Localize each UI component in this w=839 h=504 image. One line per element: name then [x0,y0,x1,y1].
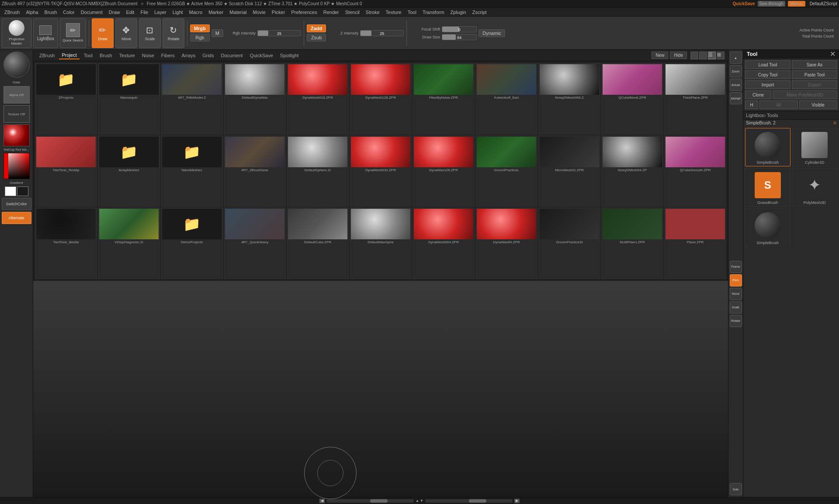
rotate-side-btn[interactable]: Rotate [730,315,742,327]
menu-light[interactable]: Light [170,9,186,16]
view-mode-2[interactable] [699,52,707,59]
lb-item-zprojects[interactable]: 📁 ZProjects [35,63,97,135]
clone-button[interactable]: Clone [745,90,771,99]
lightbox-tools-header[interactable]: Lightbox› Tools [743,111,839,120]
lb-item-dynawax64[interactable]: DynaWax64.ZPR [475,207,537,279]
lightbox-button[interactable]: LightBox [33,18,58,48]
scroll-up-btn[interactable]: ▲ [730,52,742,64]
aahalf-btn[interactable]: AAHalf [730,92,742,104]
lb-nav-noise[interactable]: Noise [139,52,157,59]
solo-btn[interactable]: Solo [730,483,742,495]
lb-item-groompractivel[interactable]: GroomPracticeL [475,135,537,207]
m-button[interactable]: M [211,29,223,37]
z-intensity-slider[interactable]: 25 [360,30,404,36]
zsub-button[interactable]: Zsub [307,34,326,41]
menu-render[interactable]: Render [321,9,342,16]
lb-nav-quicksave[interactable]: QuickSave [247,52,276,59]
menu-texture[interactable]: Texture [383,9,404,16]
lb-nav-spotlight[interactable]: Spotlight [277,52,302,59]
brush-item-polymesh3d[interactable]: ✦ PolyMesh3D [792,168,838,207]
dynamic-button[interactable]: Dynamic [478,29,505,37]
lb-item-groompractices[interactable]: GroomPracticeSt [538,207,600,279]
rgb-intensity-slider[interactable]: 25 [257,30,301,36]
menu-zbrush[interactable]: ZBrush [2,9,22,16]
menu-stroke[interactable]: Stroke [363,9,382,16]
switch-color-button[interactable]: SwitchColor [2,198,31,210]
paste-tool-button[interactable]: Paste Tool [792,70,837,79]
seethrough-badge[interactable]: See-through [758,1,785,7]
menu-material[interactable]: Material [227,9,249,16]
lb-item-dynamesh128[interactable]: DynaMesh128.ZPR [350,63,412,135]
move-button[interactable]: ✥ Move [115,18,137,48]
lb-item-vdispdiagnosic[interactable]: VDispDiagnosic.ZI [98,207,160,279]
lb-item-dynamesh064[interactable]: DynaMesh064.ZPR [413,207,475,279]
rotate-button[interactable]: ↻ Rotate [163,18,184,48]
color-picker[interactable] [3,153,30,179]
lb-item-qcubesmooth[interactable]: QCubeSmooth.ZPR [664,135,726,207]
visible-button[interactable]: Visible [799,100,838,109]
scroll-right-button[interactable]: ▶ [514,499,520,503]
lb-item-qcubebevel[interactable]: QCubeBevel.ZPR [601,63,663,135]
actual-btn[interactable]: Actual [730,79,742,91]
lb-nav-tool[interactable]: Tool [81,52,95,59]
menu-zscript[interactable]: Zscript [470,9,489,16]
scroll-left-button[interactable]: ◀ [319,499,325,503]
canvas-area[interactable] [33,281,728,497]
lb-item-kotelnikoff[interactable]: Kotelnikoff_Eart [475,63,537,135]
projection-master-button[interactable]: Projection Master [2,18,31,48]
right-panel-close[interactable]: ✕ [830,50,836,58]
menus-button[interactable]: Menus [788,1,805,7]
move-btn[interactable]: Move [730,288,742,300]
menu-marker[interactable]: Marker [206,9,226,16]
lb-item-arraymeshes[interactable]: 📁 ArrayMeshes [98,135,160,207]
lb-item-defaultsphere[interactable]: DefaultSphere.ZI [287,135,349,207]
lb-item-quickheavy[interactable]: 4R7_QuickHeavy [224,207,286,279]
draw-size-slider[interactable]: 64 [442,34,477,40]
lb-nav-grids[interactable]: Grids [200,52,216,59]
scroll-track[interactable] [326,499,414,503]
brush-item-grassbrush[interactable]: S GrassBrush [745,168,790,207]
menu-draw[interactable]: Draw [106,9,123,16]
menu-edit[interactable]: Edit [123,9,137,16]
all-button[interactable]: All [759,100,798,109]
make-polymesh3d-button[interactable]: Make PolyMesh3D [773,90,837,99]
menu-transform[interactable]: Transform [420,9,447,16]
mrgb-button[interactable]: Mrgb [190,24,210,32]
menu-file[interactable]: File [138,9,151,16]
menu-stencil[interactable]: Stencil [343,9,362,16]
lb-item-dynamesh032[interactable]: DynaMesh032.ZPR [350,135,412,207]
lb-item-micromesh01[interactable]: MicroMesh01.ZPR [538,135,600,207]
copy-tool-button[interactable]: Copy Tool [745,70,790,79]
brush-item-cylinder3d[interactable]: Cylinder3D [792,128,838,166]
quicksketch-button[interactable]: ✏ Quick Sketch [60,18,86,48]
load-tool-button[interactable]: Load Tool [745,60,790,69]
white-swatch[interactable] [5,186,16,196]
alternate-button[interactable]: Alternate [2,212,31,224]
scroll-track-2[interactable] [425,499,513,503]
save-as-button[interactable]: Save As [792,60,837,69]
menu-macro[interactable]: Macro [187,9,205,16]
lb-nav-document[interactable]: Document [218,52,245,59]
lb-item-defaultdynawax[interactable]: DefaultDynaWax [224,63,286,135]
lightbox-hide-button[interactable]: Hide [670,52,687,59]
texture-preview[interactable]: Texture Off [3,105,30,123]
lb-item-fiberbynoise[interactable]: FiberByNoise.ZPR [413,63,475,135]
view-mode-4[interactable]: ⊞ [717,52,725,59]
brush-item-simplebrush[interactable]: SimpleBrush [745,128,790,166]
focal-shift-slider[interactable]: 0 [442,26,477,32]
lb-item-twotone-redap[interactable]: TwoTone_RedAp [35,135,97,207]
draw-button[interactable]: ✏ Draw [92,18,114,48]
lb-item-mannequin[interactable]: 📁 Mannequin [98,63,160,135]
quicksave-btn[interactable]: QuickSave [732,1,755,6]
lb-item-thickplane[interactable]: ThickPlane.ZPR [664,63,726,135]
lb-item-zbrushsear[interactable]: 4R7_ZBrushSear [224,135,286,207]
menu-document[interactable]: Document [78,9,105,16]
lb-nav-fibers[interactable]: Fibers [159,52,177,59]
menu-tool[interactable]: Tool [405,9,419,16]
lb-nav-brush[interactable]: Brush [97,52,115,59]
lb-item-dynawax128[interactable]: DynaWax128.ZPR [413,135,475,207]
lb-item-riflemodel[interactable]: 4R7_RifleModel.Z [161,63,223,135]
lightbox-new-button[interactable]: New [652,52,668,59]
lb-item-defaultcube[interactable]: DefaultCube.ZPR [287,207,349,279]
h-toggle[interactable]: H [745,100,758,109]
